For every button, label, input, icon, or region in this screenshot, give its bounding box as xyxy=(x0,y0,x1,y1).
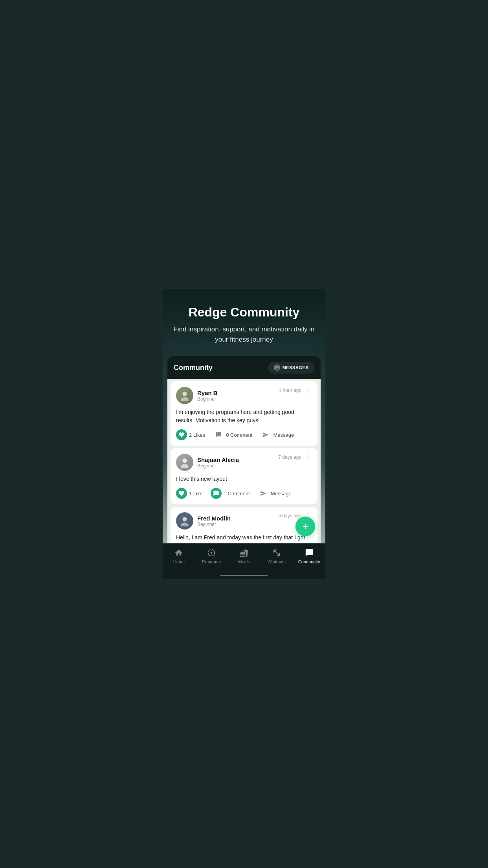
like-icon xyxy=(176,488,187,499)
nav-item-home[interactable]: Home xyxy=(167,548,191,564)
like-button[interactable]: 1 Like xyxy=(176,488,203,499)
svg-point-0 xyxy=(182,392,187,396)
post-menu-button[interactable]: ⋮ xyxy=(305,387,312,394)
meals-icon xyxy=(239,548,249,558)
nav-label-home: Home xyxy=(173,559,185,564)
create-post-button[interactable]: + xyxy=(295,517,315,536)
home-icon xyxy=(174,548,184,558)
avatar xyxy=(176,387,193,404)
post-header: Ryan B Beginner 1 hour ago ⋮ xyxy=(176,387,312,404)
panel-header: Community MESSAGES xyxy=(167,356,321,379)
nav-label-programs: Programs xyxy=(202,559,221,564)
user-level: Beginner xyxy=(197,522,231,527)
post-user-info: Ryan B Beginner xyxy=(176,387,218,404)
avatar xyxy=(176,512,193,530)
post-meta: 1 hour ago ⋮ xyxy=(279,387,312,394)
user-level: Beginner xyxy=(197,396,218,402)
post-actions: 1 Like 1 Comment Message xyxy=(176,488,312,499)
comment-button[interactable]: 0 Comment xyxy=(213,429,252,440)
comment-count: 1 Comment xyxy=(224,491,250,497)
user-level: Beginner xyxy=(197,463,239,469)
user-name: Fred Modlin xyxy=(197,515,231,522)
posts-list: Ryan B Beginner 1 hour ago ⋮ I'm enjoyin… xyxy=(167,379,321,568)
community-icon xyxy=(304,548,314,558)
panel-title: Community xyxy=(174,364,213,372)
post-user-info: Fred Modlin Beginner xyxy=(176,512,231,530)
user-name: Shajuan Alecia xyxy=(197,456,239,463)
workouts-icon xyxy=(272,548,282,558)
svg-point-4 xyxy=(182,517,187,521)
like-button[interactable]: 2 Likes xyxy=(176,429,205,440)
like-count: 2 Likes xyxy=(189,432,205,438)
message-button[interactable]: Message xyxy=(258,488,292,499)
nav-item-community[interactable]: Community xyxy=(297,548,321,564)
post-time: 1 hour ago xyxy=(279,388,301,393)
hero-subtitle: Find inspiration, support, and motivatio… xyxy=(171,324,317,344)
send-icon xyxy=(258,488,269,499)
avatar-placeholder xyxy=(176,454,193,471)
svg-point-2 xyxy=(182,458,187,463)
like-count: 1 Like xyxy=(189,491,203,497)
home-indicator xyxy=(220,575,268,576)
programs-icon xyxy=(206,548,216,558)
messages-icon xyxy=(274,364,280,371)
hero-title: Redge Community xyxy=(171,305,317,320)
message-button[interactable]: Message xyxy=(260,429,294,440)
svg-point-1 xyxy=(181,397,189,401)
nav-item-workouts[interactable]: Workouts xyxy=(265,548,288,564)
nav-label-workouts: Workouts xyxy=(268,559,286,564)
nav-item-meals[interactable]: Meals xyxy=(232,548,256,564)
community-panel: Community MESSAGES xyxy=(167,356,321,568)
comment-count: 0 Comment xyxy=(226,432,252,438)
comment-icon xyxy=(213,429,224,440)
post-content: I'm enjoying the programs here and getti… xyxy=(176,408,312,425)
comment-icon xyxy=(211,488,222,499)
post-meta: 7 days ago ⋮ xyxy=(278,454,312,461)
post-time: 6 days ago xyxy=(278,513,301,519)
post-header: Shajuan Alecia Beginner 7 days ago ⋮ xyxy=(176,454,312,471)
message-label: Message xyxy=(271,491,292,497)
nav-item-programs[interactable]: Programs xyxy=(200,548,223,564)
avatar xyxy=(176,454,193,471)
svg-point-3 xyxy=(181,464,189,468)
bottom-nav: Home Programs Meals Workouts Community xyxy=(163,543,325,579)
user-name-block: Fred Modlin Beginner xyxy=(197,515,231,527)
hero-section: Redge Community Find inspiration, suppor… xyxy=(163,289,325,352)
post-user-info: Shajuan Alecia Beginner xyxy=(176,454,239,471)
user-name-block: Shajuan Alecia Beginner xyxy=(197,456,239,469)
message-label: Message xyxy=(273,432,294,438)
send-icon xyxy=(260,429,271,440)
post-menu-button[interactable]: ⋮ xyxy=(305,454,312,461)
post-card: Ryan B Beginner 1 hour ago ⋮ I'm enjoyin… xyxy=(171,381,317,446)
post-content: I love this new layout xyxy=(176,475,312,483)
messages-button[interactable]: MESSAGES xyxy=(268,362,314,373)
user-name: Ryan B xyxy=(197,390,218,396)
plus-icon: + xyxy=(303,522,308,531)
post-time: 7 days ago xyxy=(278,454,301,460)
nav-label-community: Community xyxy=(298,559,320,564)
post-header: Fred Modlin Beginner 6 days ago ⋮ xyxy=(176,512,312,530)
post-card: Shajuan Alecia Beginner 7 days ago ⋮ I l… xyxy=(171,448,317,504)
svg-point-5 xyxy=(181,522,189,526)
phone-container: Redge Community Find inspiration, suppor… xyxy=(163,289,325,579)
comment-button[interactable]: 1 Comment xyxy=(211,488,250,499)
user-name-block: Ryan B Beginner xyxy=(197,390,218,402)
like-icon xyxy=(176,429,187,440)
post-actions: 2 Likes 0 Comment Message xyxy=(176,429,312,440)
messages-label: MESSAGES xyxy=(283,365,308,370)
nav-label-meals: Meals xyxy=(238,559,250,564)
